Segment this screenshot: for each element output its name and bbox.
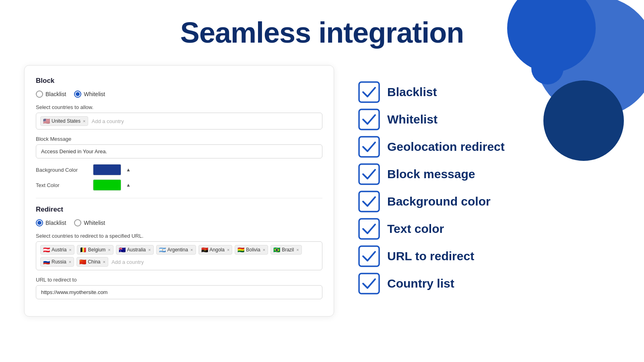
block-add-country-input[interactable]: Add a country	[91, 117, 124, 126]
redirect-section: Redirect Blacklist Whitelist Select c	[36, 206, 322, 305]
redirect-blacklist-radio[interactable]: Blacklist	[36, 219, 66, 226]
block-blacklist-radio[interactable]: Blacklist	[36, 90, 66, 98]
redirect-tag-argentina: 🇦🇷 Argentina ×	[156, 245, 196, 255]
redirect-tag-brazil: 🇧🇷 Brazil ×	[270, 245, 301, 255]
us-country-name: United States	[52, 118, 80, 124]
background-color-arrow[interactable]: ▲	[126, 167, 131, 173]
check-icon-country-list	[358, 273, 380, 294]
ui-card: Block Blacklist Whitelist Select coun	[24, 65, 334, 317]
block-countries-box[interactable]: 🇺🇸 United States × Add a country	[36, 113, 322, 130]
redirect-blacklist-label: Blacklist	[45, 220, 66, 226]
redirect-add-country-input[interactable]: Add a country	[111, 257, 144, 267]
check-icon-url-to-redirect	[358, 245, 380, 267]
check-icon-geolocation-redirect	[358, 136, 380, 158]
block-whitelist-radio[interactable]: Whitelist	[74, 90, 105, 98]
redirect-section-title: Redirect	[36, 206, 322, 214]
svg-rect-1	[359, 109, 379, 130]
check-icon-blacklist	[358, 81, 380, 103]
svg-rect-5	[359, 219, 379, 239]
redirect-countries-label: Select countries to redirect to a specif…	[36, 233, 322, 239]
redirect-whitelist-radio-outer[interactable]	[74, 219, 81, 226]
check-icon-whitelist	[358, 109, 380, 130]
block-country-tags: 🇺🇸 United States × Add a country	[40, 116, 318, 126]
us-flag: 🇺🇸	[43, 118, 50, 124]
feature-label-block-message: Block message	[387, 167, 475, 181]
feature-label-background-color: Background color	[387, 195, 491, 208]
feature-label-text-color: Text color	[387, 222, 444, 236]
redirect-tag-australia: 🇦🇺 Australia ×	[116, 245, 154, 255]
feature-item-blacklist: Blacklist	[358, 81, 519, 103]
angola-remove[interactable]: ×	[227, 247, 229, 252]
url-label: URL to redirect to	[36, 277, 322, 283]
belgium-remove[interactable]: ×	[108, 247, 110, 252]
feature-item-background-color: Background color	[358, 191, 519, 212]
block-country-tag-us: 🇺🇸 United States ×	[40, 116, 88, 126]
feature-label-geolocation-redirect: Geolocation redirect	[387, 140, 505, 154]
page-title: Seamless integration	[180, 16, 464, 49]
feature-label-country-list: Country list	[387, 277, 454, 290]
url-input[interactable]	[36, 285, 322, 299]
svg-rect-2	[359, 137, 379, 157]
china-remove[interactable]: ×	[103, 259, 105, 264]
feature-item-text-color: Text color	[358, 218, 519, 240]
block-section-title: Block	[36, 77, 322, 85]
bolivia-remove[interactable]: ×	[263, 247, 265, 252]
argentina-remove[interactable]: ×	[190, 247, 193, 252]
redirect-whitelist-radio[interactable]: Whitelist	[74, 219, 105, 226]
block-blacklist-label: Blacklist	[45, 91, 66, 97]
redirect-tag-russia: 🇷🇺 Russia ×	[40, 257, 74, 267]
redirect-blacklist-radio-inner	[37, 221, 41, 225]
text-color-arrow[interactable]: ▲	[126, 182, 131, 188]
brazil-remove[interactable]: ×	[296, 247, 299, 252]
background-color-label: Background Color	[36, 167, 88, 173]
block-section: Block Blacklist Whitelist Select coun	[36, 77, 322, 191]
block-countries-label: Select countries to allow.	[36, 104, 322, 110]
text-color-row: Text Color ▲	[36, 179, 322, 191]
feature-item-block-message: Block message	[358, 163, 519, 185]
svg-rect-7	[359, 274, 379, 294]
australia-remove[interactable]: ×	[148, 247, 151, 252]
block-message-label: Block Message	[36, 136, 322, 142]
block-radio-group: Blacklist Whitelist	[36, 90, 322, 98]
redirect-blacklist-radio-outer[interactable]	[36, 219, 43, 226]
redirect-radio-group: Blacklist Whitelist	[36, 219, 322, 226]
block-blacklist-radio-outer[interactable]	[36, 90, 43, 98]
block-whitelist-radio-outer[interactable]	[74, 90, 81, 98]
redirect-tag-bolivia: 🇧🇴 Bolivia ×	[235, 245, 268, 255]
redirect-tag-angola: 🇦🇴 Angola ×	[198, 245, 233, 255]
text-color-label: Text Color	[36, 182, 88, 188]
block-message-input[interactable]	[36, 144, 322, 158]
svg-rect-0	[359, 82, 379, 102]
text-color-swatch[interactable]	[93, 179, 121, 191]
austria-remove[interactable]: ×	[69, 247, 71, 252]
feature-label-url-to-redirect: URL to redirect	[387, 249, 474, 263]
redirect-tag-belgium: 🇧🇪 Belgium ×	[77, 245, 114, 255]
feature-item-url-to-redirect: URL to redirect	[358, 245, 519, 267]
feature-label-blacklist: Blacklist	[387, 85, 437, 99]
check-icon-background-color	[358, 191, 380, 212]
check-icon-text-color	[358, 218, 380, 240]
redirect-country-tags: 🇦🇹 Austria × 🇧🇪 Belgium × 🇦🇺 Australia	[40, 245, 318, 267]
us-remove-btn[interactable]: ×	[83, 119, 85, 123]
background-color-swatch[interactable]	[93, 164, 121, 175]
feature-label-whitelist: Whitelist	[387, 113, 438, 126]
section-divider	[36, 198, 322, 198]
block-whitelist-radio-inner	[76, 92, 80, 96]
block-whitelist-label: Whitelist	[84, 91, 105, 97]
feature-list: Blacklist Whitelist Geolocation redirect…	[358, 81, 519, 294]
svg-rect-3	[359, 164, 379, 184]
russia-remove[interactable]: ×	[69, 259, 71, 264]
feature-item-whitelist: Whitelist	[358, 109, 519, 130]
check-icon-block-message	[358, 163, 380, 185]
redirect-countries-box[interactable]: 🇦🇹 Austria × 🇧🇪 Belgium × 🇦🇺 Australia	[36, 241, 322, 270]
feature-item-geolocation-redirect: Geolocation redirect	[358, 136, 519, 158]
redirect-tag-austria: 🇦🇹 Austria ×	[40, 245, 74, 255]
feature-item-country-list: Country list	[358, 273, 519, 294]
redirect-whitelist-label: Whitelist	[84, 220, 105, 226]
svg-rect-4	[359, 191, 379, 212]
svg-rect-6	[359, 246, 379, 266]
redirect-tag-china: 🇨🇳 China ×	[76, 257, 108, 267]
background-color-row: Background Color ▲	[36, 164, 322, 175]
